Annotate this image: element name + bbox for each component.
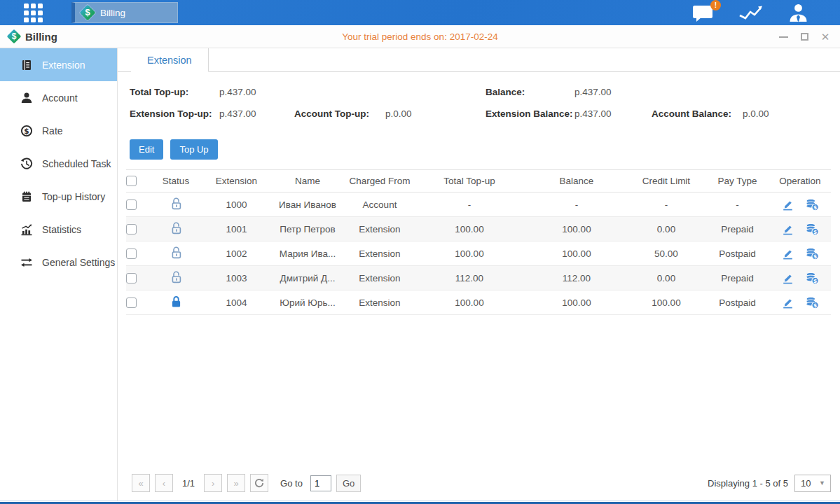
- column-header-extension[interactable]: Extension: [203, 176, 270, 186]
- edit-row-icon[interactable]: [781, 272, 794, 285]
- topup-button[interactable]: Top Up: [170, 139, 217, 160]
- balance-value: p.437.00: [574, 87, 612, 97]
- close-button[interactable]: ✕: [820, 32, 830, 42]
- sidebar-item-statistics[interactable]: Statistics: [0, 213, 117, 246]
- pagination-bar: « ‹ 1/1 › » Go to Go Displaying 1 - 5 of…: [132, 474, 831, 492]
- messages-icon[interactable]: !: [692, 4, 715, 22]
- lock-open-icon: [170, 246, 182, 259]
- topup-row-icon[interactable]: $: [805, 198, 820, 211]
- extension-number: 1000: [203, 200, 270, 210]
- reports-chart-icon[interactable]: [738, 4, 764, 22]
- column-header-total-topup[interactable]: Total Top-up: [414, 176, 525, 186]
- row-checkbox[interactable]: [126, 273, 137, 284]
- edit-button[interactable]: Edit: [130, 139, 163, 160]
- total-topup-cell: 100.00: [414, 248, 525, 259]
- person-icon: [20, 92, 33, 104]
- next-page-button[interactable]: ›: [204, 474, 222, 492]
- sidebar-item-topup-history[interactable]: Top-up History: [0, 180, 117, 213]
- sidebar-item-account[interactable]: Account: [0, 81, 117, 114]
- topup-row-icon[interactable]: $: [805, 296, 820, 309]
- svg-text:$: $: [813, 277, 816, 284]
- balance-cell: 100.00: [525, 248, 628, 259]
- column-header-operation: Operation: [771, 176, 829, 186]
- topup-row-icon[interactable]: $: [805, 223, 820, 236]
- pay-type-cell: Postpaid: [704, 298, 771, 308]
- first-page-button[interactable]: «: [132, 474, 150, 492]
- edit-row-icon[interactable]: [781, 247, 794, 260]
- column-header-name[interactable]: Name: [270, 176, 345, 186]
- row-checkbox[interactable]: [126, 298, 137, 308]
- extension-name: Юрий Юрь...: [270, 298, 345, 308]
- credit-limit-cell: 100.00: [628, 298, 704, 308]
- sidebar-item-scheduled-task[interactable]: Scheduled Task: [0, 147, 117, 180]
- user-account-icon[interactable]: [787, 3, 809, 23]
- extension-number: 1004: [203, 298, 270, 308]
- charged-from-value: Extension: [345, 224, 414, 234]
- extension-name: Иван Иванов: [270, 200, 345, 210]
- column-header-pay-type[interactable]: Pay Type: [704, 176, 771, 186]
- svg-text:$: $: [813, 302, 816, 308]
- extension-topup-label: Extension Top-up:: [130, 108, 212, 119]
- sidebar-item-label: Scheduled Task: [42, 158, 111, 169]
- page-size-select[interactable]: 10 ▼: [794, 475, 831, 492]
- last-page-button[interactable]: »: [227, 474, 245, 492]
- topup-row-icon[interactable]: $: [805, 272, 820, 285]
- lock-open-icon: [170, 221, 182, 234]
- extension-balance-label: Extension Balance:: [486, 108, 573, 119]
- summary-panel: Total Top-up: p.437.00 Balance: p.437.00…: [130, 83, 840, 130]
- sidebar: Extension Account $ Rate Scheduled Task …: [0, 48, 118, 500]
- page-size-value: 10: [801, 478, 811, 489]
- dollar-circle-icon: $: [20, 125, 33, 137]
- page-indicator: 1/1: [182, 478, 195, 489]
- tab-extension[interactable]: Extension: [131, 48, 209, 72]
- lock-open-icon: [170, 270, 182, 284]
- billing-window-icon: $: [6, 29, 22, 44]
- column-header-balance[interactable]: Balance: [525, 176, 628, 186]
- window-title: Billing: [25, 31, 57, 43]
- sidebar-item-extension[interactable]: Extension: [0, 48, 117, 81]
- extension-name: Дмитрий Д...: [270, 273, 345, 284]
- pay-type-cell: Postpaid: [704, 248, 771, 259]
- row-checkbox[interactable]: [126, 224, 137, 234]
- topup-row-icon[interactable]: $: [805, 247, 820, 260]
- sidebar-item-general-settings[interactable]: General Settings: [0, 246, 117, 279]
- maximize-button[interactable]: [799, 32, 809, 42]
- total-topup-cell: 100.00: [414, 298, 525, 308]
- sidebar-item-label: Statistics: [42, 224, 81, 235]
- column-header-status[interactable]: Status: [149, 176, 203, 186]
- account-topup-label: Account Top-up:: [294, 108, 369, 119]
- charged-from-value: Extension: [345, 298, 414, 308]
- refresh-button[interactable]: [250, 474, 268, 492]
- extensions-table: Status Extension Name Charged From Total…: [126, 169, 831, 315]
- credit-limit-cell: 0.00: [628, 224, 704, 234]
- column-header-charged-from[interactable]: Charged From: [345, 176, 414, 186]
- desktop-topbar: $ Billing !: [0, 0, 840, 25]
- minimize-button[interactable]: [778, 32, 788, 42]
- edit-row-icon[interactable]: [781, 198, 794, 211]
- tab-label: Extension: [147, 55, 192, 66]
- svg-text:$: $: [813, 253, 816, 259]
- extension-topup-value: p.437.00: [219, 108, 256, 119]
- prev-page-button[interactable]: ‹: [155, 474, 173, 492]
- ledger-icon: [20, 59, 33, 71]
- goto-page-input[interactable]: [310, 475, 331, 491]
- select-all-checkbox[interactable]: [126, 176, 137, 186]
- credit-limit-cell: -: [628, 200, 704, 210]
- extension-name: Мария Ива...: [270, 248, 345, 259]
- sidebar-item-label: Account: [42, 92, 78, 104]
- app-grid-icon[interactable]: [24, 4, 43, 22]
- row-checkbox[interactable]: [126, 200, 137, 210]
- balance-cell: 112.00: [525, 273, 628, 284]
- edit-row-icon[interactable]: [781, 223, 794, 236]
- row-checkbox[interactable]: [126, 248, 137, 259]
- pay-type-cell: Prepaid: [704, 273, 771, 284]
- sidebar-item-rate[interactable]: $ Rate: [0, 114, 117, 147]
- go-button[interactable]: Go: [336, 475, 361, 492]
- column-header-credit-limit[interactable]: Credit Limit: [628, 176, 704, 186]
- svg-text:$: $: [813, 228, 816, 234]
- edit-row-icon[interactable]: [781, 296, 794, 309]
- taskbar-tab-billing[interactable]: $ Billing: [71, 2, 178, 23]
- sidebar-item-label: Rate: [42, 125, 63, 136]
- sidebar-item-label: General Settings: [42, 257, 115, 268]
- lock-closed-icon: [170, 295, 182, 308]
